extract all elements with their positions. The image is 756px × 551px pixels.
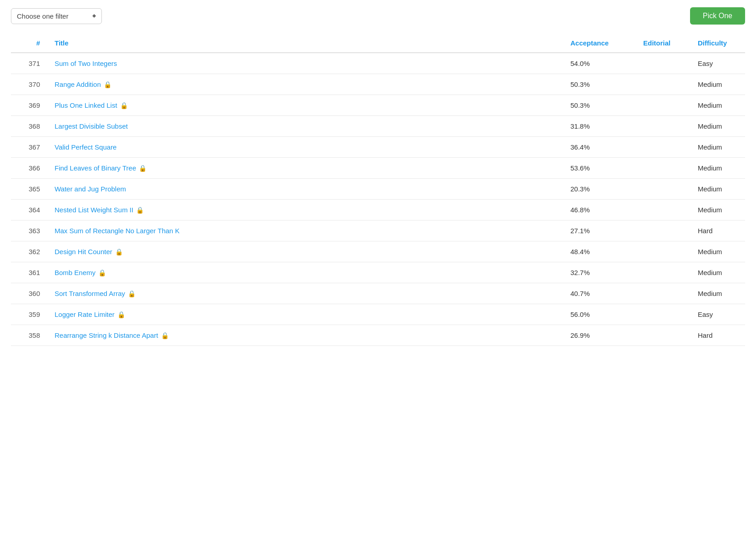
cell-num: 358	[11, 325, 47, 346]
lock-icon: 🔒	[104, 81, 111, 88]
table-row: 370Range Addition🔒50.3%Medium	[11, 74, 745, 95]
lock-icon: 🔒	[161, 332, 169, 339]
table-row: 369Plus One Linked List🔒50.3%Medium	[11, 95, 745, 116]
filter-select[interactable]: Choose one filter	[11, 8, 102, 24]
cell-num: 365	[11, 179, 47, 200]
cell-acceptance: 48.4%	[563, 241, 636, 262]
cell-title: Design Hit Counter🔒	[47, 241, 563, 262]
table-row: 359Logger Rate Limiter🔒56.0%Easy	[11, 304, 745, 325]
cell-difficulty: Medium	[690, 200, 745, 220]
problem-link[interactable]: Rearrange String k Distance Apart	[55, 331, 158, 339]
cell-acceptance: 27.1%	[563, 220, 636, 241]
cell-editorial	[636, 179, 690, 200]
cell-title: Max Sum of Rectangle No Larger Than K	[47, 220, 563, 241]
table-row: 371Sum of Two Integers54.0%Easy	[11, 53, 745, 74]
problem-link[interactable]: Bomb Enemy	[55, 269, 96, 276]
table-row: 360Sort Transformed Array🔒40.7%Medium	[11, 283, 745, 304]
cell-num: 363	[11, 220, 47, 241]
problem-link[interactable]: Plus One Linked List	[55, 101, 117, 109]
cell-acceptance: 31.8%	[563, 116, 636, 137]
problem-link[interactable]: Sum of Two Integers	[55, 60, 117, 67]
problem-link[interactable]: Range Addition	[55, 80, 101, 88]
cell-num: 367	[11, 137, 47, 158]
cell-acceptance: 54.0%	[563, 53, 636, 74]
table-row: 362Design Hit Counter🔒48.4%Medium	[11, 241, 745, 262]
cell-difficulty: Easy	[690, 304, 745, 325]
problem-link[interactable]: Valid Perfect Square	[55, 143, 116, 151]
cell-acceptance: 26.9%	[563, 325, 636, 346]
cell-num: 362	[11, 241, 47, 262]
table-row: 365Water and Jug Problem20.3%Medium	[11, 179, 745, 200]
cell-difficulty: Hard	[690, 220, 745, 241]
cell-num: 370	[11, 74, 47, 95]
cell-difficulty: Medium	[690, 116, 745, 137]
page-wrapper: Choose one filter Pick One # Title Accep…	[0, 0, 756, 353]
table-row: 366Find Leaves of Binary Tree🔒53.6%Mediu…	[11, 158, 745, 179]
cell-title: Nested List Weight Sum II🔒	[47, 200, 563, 220]
cell-difficulty: Medium	[690, 262, 745, 283]
cell-num: 369	[11, 95, 47, 116]
cell-title: Sum of Two Integers	[47, 53, 563, 74]
table-header-row: # Title Acceptance Editorial Difficulty	[11, 34, 745, 53]
problem-link[interactable]: Sort Transformed Array	[55, 290, 125, 297]
lock-icon: 🔒	[120, 102, 128, 109]
cell-editorial	[636, 158, 690, 179]
table-row: 363Max Sum of Rectangle No Larger Than K…	[11, 220, 745, 241]
problem-link[interactable]: Logger Rate Limiter	[55, 311, 115, 318]
cell-title: Plus One Linked List🔒	[47, 95, 563, 116]
cell-title: Logger Rate Limiter🔒	[47, 304, 563, 325]
problem-link[interactable]: Find Leaves of Binary Tree	[55, 164, 136, 172]
lock-icon: 🔒	[128, 290, 136, 297]
cell-difficulty: Easy	[690, 53, 745, 74]
table-row: 358Rearrange String k Distance Apart🔒26.…	[11, 325, 745, 346]
table-row: 367Valid Perfect Square36.4%Medium	[11, 137, 745, 158]
table-row: 361Bomb Enemy🔒32.7%Medium	[11, 262, 745, 283]
problems-table: # Title Acceptance Editorial Difficulty …	[11, 34, 745, 346]
problem-link[interactable]: Water and Jug Problem	[55, 185, 126, 193]
problem-link[interactable]: Design Hit Counter	[55, 248, 112, 255]
cell-editorial	[636, 137, 690, 158]
col-header-num: #	[11, 34, 47, 53]
cell-title: Sort Transformed Array🔒	[47, 283, 563, 304]
cell-editorial	[636, 95, 690, 116]
problem-link[interactable]: Largest Divisible Subset	[55, 122, 128, 130]
cell-title: Rearrange String k Distance Apart🔒	[47, 325, 563, 346]
cell-acceptance: 53.6%	[563, 158, 636, 179]
lock-icon: 🔒	[98, 269, 106, 276]
cell-acceptance: 50.3%	[563, 95, 636, 116]
cell-difficulty: Medium	[690, 241, 745, 262]
cell-title: Find Leaves of Binary Tree🔒	[47, 158, 563, 179]
cell-editorial	[636, 262, 690, 283]
cell-acceptance: 46.8%	[563, 200, 636, 220]
cell-editorial	[636, 53, 690, 74]
cell-num: 366	[11, 158, 47, 179]
pick-one-button[interactable]: Pick One	[690, 7, 745, 25]
cell-num: 364	[11, 200, 47, 220]
lock-icon: 🔒	[115, 248, 123, 255]
cell-acceptance: 36.4%	[563, 137, 636, 158]
cell-difficulty: Medium	[690, 137, 745, 158]
cell-editorial	[636, 74, 690, 95]
problem-link[interactable]: Nested List Weight Sum II	[55, 206, 133, 214]
cell-title: Bomb Enemy🔒	[47, 262, 563, 283]
cell-acceptance: 56.0%	[563, 304, 636, 325]
lock-icon: 🔒	[139, 165, 146, 172]
cell-num: 371	[11, 53, 47, 74]
cell-num: 368	[11, 116, 47, 137]
cell-editorial	[636, 200, 690, 220]
cell-num: 361	[11, 262, 47, 283]
cell-title: Range Addition🔒	[47, 74, 563, 95]
cell-difficulty: Medium	[690, 95, 745, 116]
cell-editorial	[636, 220, 690, 241]
cell-editorial	[636, 241, 690, 262]
col-header-difficulty: Difficulty	[690, 34, 745, 53]
cell-num: 360	[11, 283, 47, 304]
cell-acceptance: 50.3%	[563, 74, 636, 95]
table-row: 368Largest Divisible Subset31.8%Medium	[11, 116, 745, 137]
problem-link[interactable]: Max Sum of Rectangle No Larger Than K	[55, 227, 180, 235]
cell-editorial	[636, 116, 690, 137]
cell-num: 359	[11, 304, 47, 325]
lock-icon: 🔒	[117, 311, 125, 318]
cell-editorial	[636, 283, 690, 304]
cell-difficulty: Medium	[690, 283, 745, 304]
